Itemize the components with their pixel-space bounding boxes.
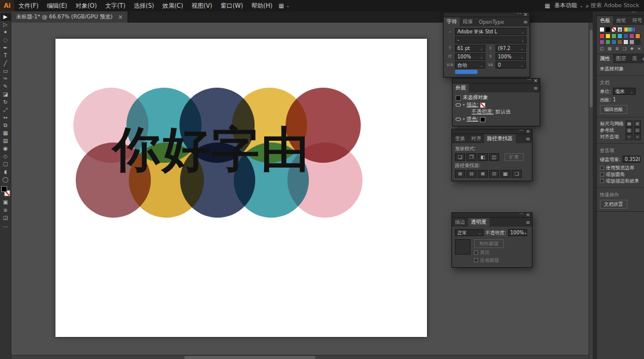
checkbox[interactable]	[600, 179, 604, 183]
zoom-tool[interactable]: ◯	[1, 176, 11, 184]
registration-swatch[interactable]: ⊕	[617, 27, 623, 32]
stroke-row-label[interactable]: 描边:	[467, 101, 479, 109]
document-tab[interactable]: 未标题-1* @ 66.67% (RGB/GPU 预览) ×	[11, 11, 128, 23]
change-screen-mode[interactable]: ◲	[1, 214, 11, 222]
new-color-group-icon[interactable]: ❑	[623, 47, 626, 51]
merge-button[interactable]: ⊠	[478, 170, 488, 178]
collapse-icon[interactable]: ⌃⌃	[527, 78, 531, 82]
workspace-switcher[interactable]: 基本功能	[555, 2, 577, 10]
swatches-tab[interactable]: 符号	[629, 16, 644, 25]
horizontal-scrollbar[interactable]	[11, 355, 589, 359]
pathfinder-tab[interactable]: 路径查找器	[484, 134, 516, 143]
swatches-tab[interactable]: 画笔	[613, 16, 629, 25]
fill-stroke-control[interactable]	[1, 186, 10, 196]
shape-builder-tool[interactable]: ⧉	[1, 122, 11, 129]
panel-menu-icon[interactable]: ≡	[524, 134, 532, 143]
grid-icon[interactable]: ⊞	[634, 120, 641, 127]
pencil-tool[interactable]: ✎	[1, 83, 11, 91]
panel-menu-icon[interactable]: ≡	[524, 218, 532, 227]
gradient-swatch[interactable]	[623, 27, 636, 32]
color-swatch[interactable]	[623, 39, 628, 45]
character-tab[interactable]: OpenType	[476, 17, 507, 26]
properties-tab[interactable]: 属性	[597, 54, 613, 63]
intersect-button[interactable]: ◧	[478, 153, 488, 161]
magic-wand-tool[interactable]: ✦	[1, 29, 11, 36]
hand-tool[interactable]: ◖	[1, 168, 11, 176]
tracking-input[interactable]: 0⌄	[496, 61, 526, 69]
character-tab[interactable]: 段落	[460, 17, 476, 26]
clip-checkbox[interactable]	[474, 250, 478, 255]
arrange-documents-icon[interactable]: ▦	[277, 2, 286, 9]
horizontal-scale-input[interactable]: 100%⌄	[496, 53, 526, 60]
panel-menu-icon[interactable]: ≡	[640, 54, 644, 63]
menu-item[interactable]: 帮助(H)	[247, 0, 277, 11]
kerning-select[interactable]: 自动⌄	[455, 61, 485, 69]
ruler-icon[interactable]: ▤	[626, 120, 633, 127]
color-swatch[interactable]	[635, 39, 640, 45]
menu-item[interactable]: 效果(C)	[158, 0, 187, 11]
none-swatch[interactable]	[611, 27, 617, 32]
color-swatch[interactable]	[611, 33, 617, 39]
paintbrush-tool[interactable]: ✑	[1, 75, 11, 83]
visibility-eye-icon[interactable]	[456, 117, 461, 121]
close-icon[interactable]: ×	[523, 11, 528, 17]
color-swatch[interactable]	[599, 39, 605, 45]
swatch-options-icon[interactable]: ≣	[615, 47, 619, 51]
line-segment-tool[interactable]: ╱	[1, 60, 11, 67]
crop-button[interactable]: ⊡	[489, 170, 499, 178]
eraser-tool[interactable]: ◪	[1, 91, 11, 98]
color-swatch[interactable]	[599, 33, 605, 39]
visibility-eye-icon[interactable]	[456, 103, 461, 107]
selection-tool[interactable]: ▶	[1, 13, 11, 21]
fill-color-swatch[interactable]	[480, 117, 485, 122]
leading-input[interactable]: (97.2⌄	[496, 45, 526, 52]
artwork-text[interactable]: 你好字由	[77, 126, 346, 174]
expand-arrow-icon[interactable]: ▾	[463, 117, 465, 122]
opacity-input[interactable]: 100%▸	[508, 229, 527, 236]
invert-mask-checkbox[interactable]	[474, 258, 478, 262]
menu-item[interactable]: 文字(T)	[101, 0, 129, 11]
transparency-tab[interactable]: 透明度	[468, 218, 490, 227]
stock-search[interactable]: ⌕ 搜索 Adobe Stock	[586, 2, 639, 10]
swatches-tab[interactable]: 色板	[597, 16, 613, 25]
delete-swatch-icon[interactable]: ✕	[637, 47, 641, 51]
rectangle-tool[interactable]: ▭	[1, 67, 11, 75]
vertical-scale-input[interactable]: 100%⌄	[455, 53, 485, 60]
expand-arrow-icon[interactable]: ▾	[463, 103, 465, 107]
swatch-libraries-icon[interactable]: ◱	[600, 47, 604, 51]
keyboard-increment-input[interactable]: 0.3528 m	[623, 156, 640, 163]
lock-guides-icon[interactable]: ⊟	[634, 127, 641, 134]
checkbox[interactable]	[600, 166, 604, 170]
edit-artboards-button[interactable]: 编辑画板	[600, 105, 627, 114]
color-swatch[interactable]	[635, 33, 640, 39]
edit-toolbar-button[interactable]: …	[1, 222, 11, 230]
properties-tab[interactable]: 图层	[613, 54, 629, 63]
lasso-tool[interactable]: ◌	[1, 36, 11, 44]
minus-front-button[interactable]: ❐	[466, 153, 476, 161]
draw-normal-mode[interactable]: ▣	[1, 199, 11, 206]
fill-row-label[interactable]: 填色:	[467, 116, 479, 123]
panel-grip[interactable]: ⌃⌃ ×	[452, 213, 532, 218]
font-size-input[interactable]: 61 pt⌄	[455, 45, 485, 52]
black-swatch[interactable]	[605, 27, 611, 32]
panel-grip[interactable]: ⌃⌃ ×	[453, 79, 540, 83]
panel-grip[interactable]: ⌃⌃ ×	[452, 129, 532, 134]
color-swatch[interactable]	[617, 39, 623, 45]
snap-pixel-icon[interactable]: ⌗	[634, 134, 641, 140]
collapse-icon[interactable]: ⌃⌃	[631, 11, 636, 15]
divide-button[interactable]: ⊞	[455, 170, 465, 178]
workspace-icon[interactable]: ▦	[543, 2, 552, 9]
trim-button[interactable]: ⊟	[466, 170, 476, 178]
minus-back-button[interactable]: ❑	[512, 170, 522, 178]
close-tab-icon[interactable]: ×	[118, 14, 123, 20]
mesh-tool[interactable]: ▦	[1, 129, 11, 137]
character-tab[interactable]: 字符	[444, 17, 460, 26]
menu-item[interactable]: 对象(O)	[72, 0, 101, 11]
menu-item[interactable]: 窗口(W)	[216, 0, 247, 11]
collapse-icon[interactable]: ⌃⌃	[516, 12, 521, 16]
color-swatch[interactable]	[605, 39, 611, 45]
color-swatch[interactable]	[629, 33, 634, 39]
close-icon[interactable]: ×	[525, 212, 530, 218]
draw-behind-mode[interactable]: ⧈	[1, 206, 11, 214]
close-icon[interactable]: ×	[533, 78, 538, 83]
